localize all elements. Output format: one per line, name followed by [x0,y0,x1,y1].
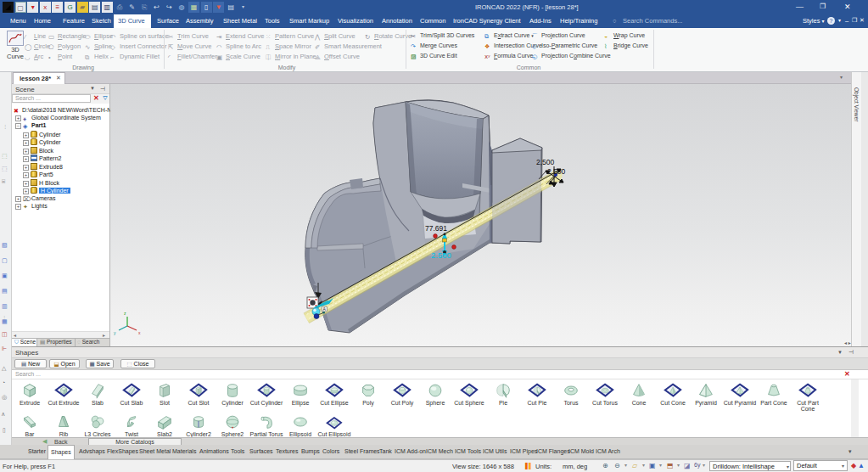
svg-text:◂ ▸: ◂ ▸ [844,340,851,346]
svg-text:2,500: 2,500 [536,158,555,166]
svg-text:2.500: 2.500 [431,250,451,260]
svg-text:77.691: 77.691 [425,224,447,233]
svg-text:2.500: 2.500 [547,167,566,176]
